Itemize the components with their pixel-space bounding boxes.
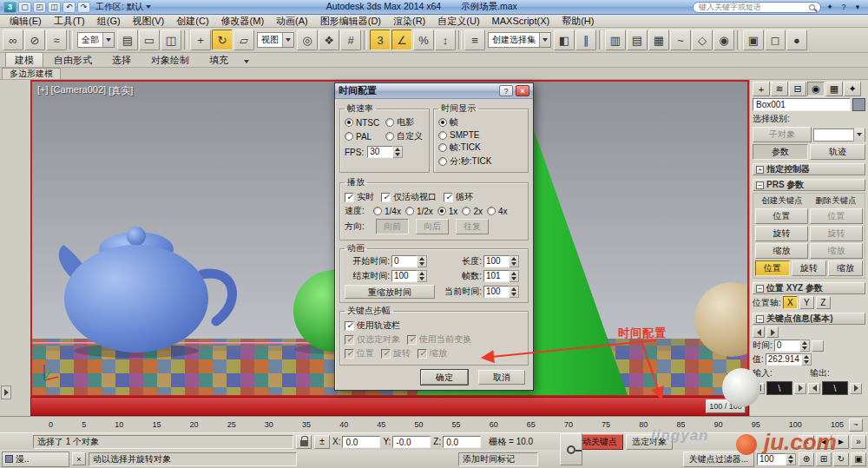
ribbon-tab-1[interactable]: 自由形式 [44,52,102,67]
y-coordinate-field[interactable]: -0.0 [392,436,431,448]
trackbar-tick-20[interactable]: 20 [190,420,199,429]
frame-tick-radio[interactable]: 帧:TICK [438,142,523,154]
next-key-button[interactable] [766,326,779,338]
start-time-spinner[interactable]: 0 [391,255,435,267]
app-icon[interactable]: 3 [3,2,16,13]
direction-pingpong-button[interactable]: 往复 [456,219,489,234]
menu-item-11[interactable]: 帮助(H) [556,15,600,28]
dialog-help-button[interactable]: ? [499,85,513,96]
sub-object-level-combo[interactable] [813,129,865,142]
trackbar-tick-45[interactable]: 45 [377,420,385,429]
delete-position-key-button[interactable]: 位置 [810,208,863,224]
frame-count-spinner[interactable]: 101 [483,270,527,282]
trackbar-tick-10[interactable]: 10 [115,420,123,429]
delete-rotation-key-button[interactable]: 旋转 [810,226,863,241]
key-time-spinner[interactable]: 0 [774,339,810,352]
layer-explorer-icon[interactable]: ▤ [627,30,648,50]
utilities-tab-icon[interactable]: ✦ [844,82,861,96]
delete-scale-key-button[interactable]: 缩放 [810,243,863,259]
current-time-spinner[interactable]: 100 [483,286,527,298]
named-selection-sets-combo[interactable]: 创建选择集 [488,32,551,48]
track-bar[interactable]: 0510152025303540455055606570758085909510… [0,416,868,432]
position-xyz-rollout[interactable]: −位置 XYZ 参数 [753,282,865,294]
select-and-link-icon[interactable]: ∞ [3,30,23,50]
direction-backward-button[interactable]: 向后 [416,219,449,234]
angle-snap-icon[interactable]: ∠ [391,30,412,50]
search-icon[interactable] [809,4,815,10]
custom-fps-radio[interactable]: 自定义 [385,130,424,142]
z-coordinate-field[interactable]: 0.0 [443,436,481,448]
unlink-selection-icon[interactable]: ⊘ [24,30,45,50]
fps-spinner[interactable]: 30 [367,146,403,158]
window-crossing-icon[interactable]: ◫ [161,30,181,50]
trackbar-tick-35[interactable]: 35 [302,420,311,429]
active-viewport-only-checkbox[interactable]: 仅活动视口 [381,191,437,203]
search-input[interactable]: 键入关键字或短语 [693,2,821,13]
trackbar-tick-100[interactable]: 100 [789,420,802,429]
use-trackbar-checkbox[interactable]: 使用轨迹栏 [345,320,400,332]
axis-y-button[interactable]: Y [799,296,814,309]
trackbar-tick-75[interactable]: 75 [602,420,610,429]
white-sphere-object[interactable] [722,368,760,407]
create-rotation-key-button[interactable]: 旋转 [755,226,808,241]
spinner-snap-icon[interactable]: ↕ [435,30,456,50]
display-tab-icon[interactable]: ▦ [825,82,843,96]
motion-tab-icon[interactable]: ◉ [807,82,825,96]
trackbar-tick-5[interactable]: 5 [82,420,86,429]
speed-2x-radio[interactable]: 2x [462,207,483,216]
menu-item-5[interactable]: 修改器(M) [215,15,271,28]
create-scale-key-button[interactable]: 缩放 [755,243,808,259]
trackbar-tick-40[interactable]: 40 [339,420,348,429]
key-value-spinner[interactable]: 262.914 [766,353,812,366]
rotation-checkbox[interactable]: 旋转 [381,347,411,359]
min-sec-tick-radio[interactable]: 分:秒:TICK [438,155,523,168]
trackbar-tick-90[interactable]: 90 [714,420,723,429]
ok-button[interactable]: 确定 [421,370,468,385]
trackbar-tick-105[interactable]: 105 [831,420,844,429]
mirror-icon[interactable]: ◧ [554,30,575,50]
menu-item-1[interactable]: 工具(T) [48,15,91,28]
tab-polygon-modeling[interactable]: 多边形建模 [2,68,61,79]
workspace-arrow-icon[interactable] [146,5,151,9]
select-by-name-icon[interactable]: ▤ [117,30,138,50]
trackbar-tick-30[interactable]: 30 [265,420,273,429]
percent-snap-icon[interactable]: % [413,30,434,50]
selection-region-icon[interactable]: ▭ [139,30,160,50]
speed-1x-radio[interactable]: 1x [437,207,458,216]
material-editor-icon[interactable]: ◉ [713,30,734,50]
x-coordinate-field[interactable]: 0.0 [342,436,380,448]
trajectories-button[interactable]: 轨迹 [810,144,865,160]
help-menu-arrow-icon[interactable]: ▾ [851,2,865,13]
menu-item-4[interactable]: 创建(C) [170,15,214,28]
save-file-icon[interactable]: ◫ [48,2,61,13]
create-position-key-button[interactable]: 位置 [755,208,808,224]
add-time-tag[interactable]: 添加时间标记 [458,452,538,466]
menu-item-3[interactable]: 视图(V) [127,15,171,28]
selection-filter-combo-arrow-icon[interactable] [102,33,114,47]
prs-parameters-rollout[interactable]: −PRS 参数 [753,179,865,191]
end-time-spinner[interactable]: 100 [391,270,435,282]
trackbar-tick-50[interactable]: 50 [414,420,423,429]
ribbon-toggle-icon[interactable]: ▦ [648,30,669,50]
key-info-rollout[interactable]: −关键点信息(基本) [753,313,865,325]
ntsc-radio[interactable]: NTSC [345,116,384,129]
trackbar-tick-65[interactable]: 65 [527,420,536,429]
combo-arrow-icon[interactable] [853,128,865,142]
axis-z-button[interactable]: Z [816,296,831,309]
use-pivot-point-icon[interactable]: ◎ [297,30,318,50]
select-and-rotate-icon[interactable]: ↻ [212,30,233,50]
selection-filter-combo[interactable]: 全部 [77,32,115,48]
position-parameters-button[interactable]: 位置 [755,260,790,276]
use-current-transform-checkbox[interactable]: 使用当前变换 [407,333,471,346]
community-icon[interactable]: ✦ [823,2,837,13]
ribbon-tab-3[interactable]: 对象绘制 [141,52,199,67]
parameters-button[interactable]: 参数 [753,144,808,160]
go-to-end-icon[interactable]: » [851,435,866,449]
time-lock-button[interactable] [812,340,824,352]
trackbar-tick-60[interactable]: 60 [490,420,498,429]
ribbon-tab-0[interactable]: 建模 [5,52,43,67]
out-tangent-prev-button[interactable] [808,383,820,394]
frames-radio[interactable]: 帧 [438,116,523,129]
trackbar-tick-55[interactable]: 55 [452,420,461,429]
set-keys-button[interactable] [560,433,582,465]
